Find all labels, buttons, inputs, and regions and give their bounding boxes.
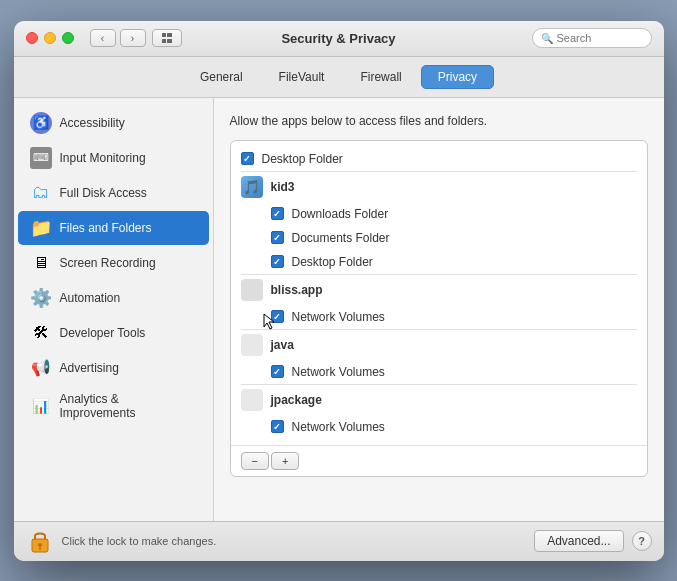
window-title: Security & Privacy xyxy=(281,31,395,46)
sidebar-item-screen-recording[interactable]: 🖥 Screen Recording xyxy=(18,246,209,280)
sidebar: ♿ Accessibility ⌨ Input Monitoring 🗂 Ful… xyxy=(14,98,214,521)
sidebar-item-analytics[interactable]: 📊 Analytics & Improvements xyxy=(18,386,209,426)
list-row: Documents Folder xyxy=(231,226,647,250)
desktop-folder-label: Desktop Folder xyxy=(262,152,343,166)
tab-firewall[interactable]: Firewall xyxy=(343,65,418,89)
sidebar-item-automation[interactable]: ⚙️ Automation xyxy=(18,281,209,315)
kid3-app-name: kid3 xyxy=(271,180,295,194)
footer: Click the lock to make changes. Advanced… xyxy=(14,521,664,561)
advertising-icon: 📢 xyxy=(30,357,52,379)
tabs-bar: General FileVault Firewall Privacy xyxy=(14,57,664,98)
sidebar-label-input-monitoring: Input Monitoring xyxy=(60,151,146,165)
plus-button[interactable]: + xyxy=(271,452,299,470)
screen-recording-icon: 🖥 xyxy=(30,252,52,274)
maximize-button[interactable] xyxy=(62,32,74,44)
sidebar-label-screen-recording: Screen Recording xyxy=(60,256,156,270)
permissions-list: Desktop Folder 🎵 kid3 Downloads Folder xyxy=(230,140,648,477)
sidebar-label-analytics: Analytics & Improvements xyxy=(60,392,197,420)
tab-general[interactable]: General xyxy=(183,65,260,89)
tab-filevault[interactable]: FileVault xyxy=(262,65,342,89)
app-header-kid3: 🎵 kid3 xyxy=(231,172,647,202)
help-button[interactable]: ? xyxy=(632,531,652,551)
jpackage-icon xyxy=(241,389,263,411)
kid3-desktop-checkbox[interactable] xyxy=(271,255,284,268)
app-header-bliss: bliss.app xyxy=(231,275,647,305)
list-row: Desktop Folder xyxy=(231,250,647,274)
kid3-documents-label: Documents Folder xyxy=(292,231,390,245)
titlebar: ‹ › Security & Privacy 🔍 xyxy=(14,21,664,57)
svg-point-1 xyxy=(38,543,42,547)
developer-tools-icon: 🛠 xyxy=(30,322,52,344)
main-panel: Allow the apps below to access files and… xyxy=(214,98,664,521)
app-header-jpackage: jpackage xyxy=(231,385,647,415)
sidebar-label-full-disk-access: Full Disk Access xyxy=(60,186,147,200)
sidebar-item-full-disk-access[interactable]: 🗂 Full Disk Access xyxy=(18,176,209,210)
bliss-network-volumes-checkbox[interactable] xyxy=(271,310,284,323)
bottom-buttons-row: − + xyxy=(231,445,647,476)
search-icon: 🔍 xyxy=(541,33,553,44)
sidebar-item-advertising[interactable]: 📢 Advertising xyxy=(18,351,209,385)
close-button[interactable] xyxy=(26,32,38,44)
kid3-downloads-checkbox[interactable] xyxy=(271,207,284,220)
advanced-button[interactable]: Advanced... xyxy=(534,530,623,552)
lock-icon-wrapper[interactable] xyxy=(26,527,54,555)
jpackage-network-volumes-label: Network Volumes xyxy=(292,420,385,434)
kid3-desktop-label: Desktop Folder xyxy=(292,255,373,269)
bliss-icon xyxy=(241,279,263,301)
list-row: Network Volumes xyxy=(231,305,647,329)
tab-privacy[interactable]: Privacy xyxy=(421,65,494,89)
app-header-java: java xyxy=(231,330,647,360)
back-button[interactable]: ‹ xyxy=(90,29,116,47)
sidebar-item-input-monitoring[interactable]: ⌨ Input Monitoring xyxy=(18,141,209,175)
sidebar-item-accessibility[interactable]: ♿ Accessibility xyxy=(18,106,209,140)
list-row: Network Volumes xyxy=(231,415,647,439)
jpackage-app-name: jpackage xyxy=(271,393,322,407)
automation-icon: ⚙️ xyxy=(30,287,52,309)
sidebar-label-advertising: Advertising xyxy=(60,361,119,375)
java-network-volumes-checkbox[interactable] xyxy=(271,365,284,378)
search-input[interactable] xyxy=(557,32,643,44)
list-row: Downloads Folder xyxy=(231,202,647,226)
traffic-lights xyxy=(26,32,74,44)
nav-buttons: ‹ › xyxy=(90,29,146,47)
kid3-documents-checkbox[interactable] xyxy=(271,231,284,244)
list-row: Network Volumes xyxy=(231,360,647,384)
sidebar-label-accessibility: Accessibility xyxy=(60,116,125,130)
minus-button[interactable]: − xyxy=(241,452,269,470)
sidebar-item-developer-tools[interactable]: 🛠 Developer Tools xyxy=(18,316,209,350)
desktop-folder-checkbox[interactable] xyxy=(241,152,254,165)
java-icon xyxy=(241,334,263,356)
input-monitoring-icon: ⌨ xyxy=(30,147,52,169)
list-row: Desktop Folder xyxy=(231,147,647,171)
sidebar-label-files-and-folders: Files and Folders xyxy=(60,221,152,235)
analytics-icon: 📊 xyxy=(30,395,52,417)
sidebar-label-developer-tools: Developer Tools xyxy=(60,326,146,340)
java-app-name: java xyxy=(271,338,294,352)
main-description: Allow the apps below to access files and… xyxy=(230,114,648,128)
bliss-network-volumes-label: Network Volumes xyxy=(292,310,385,324)
grid-view-button[interactable] xyxy=(152,29,182,47)
minimize-button[interactable] xyxy=(44,32,56,44)
sidebar-label-automation: Automation xyxy=(60,291,121,305)
files-and-folders-icon: 📁 xyxy=(30,217,52,239)
jpackage-network-volumes-checkbox[interactable] xyxy=(271,420,284,433)
content-area: ♿ Accessibility ⌨ Input Monitoring 🗂 Ful… xyxy=(14,98,664,521)
full-disk-access-icon: 🗂 xyxy=(30,182,52,204)
kid3-downloads-label: Downloads Folder xyxy=(292,207,389,221)
sidebar-item-files-and-folders[interactable]: 📁 Files and Folders xyxy=(18,211,209,245)
lock-icon xyxy=(29,528,51,554)
accessibility-icon: ♿ xyxy=(30,112,52,134)
search-box[interactable]: 🔍 xyxy=(532,28,652,48)
kid3-icon: 🎵 xyxy=(241,176,263,198)
content-list: Desktop Folder 🎵 kid3 Downloads Folder xyxy=(231,141,647,445)
bliss-app-name: bliss.app xyxy=(271,283,323,297)
footer-lock-text: Click the lock to make changes. xyxy=(62,535,217,547)
forward-button[interactable]: › xyxy=(120,29,146,47)
main-window: ‹ › Security & Privacy 🔍 General FileVau… xyxy=(14,21,664,561)
java-network-volumes-label: Network Volumes xyxy=(292,365,385,379)
